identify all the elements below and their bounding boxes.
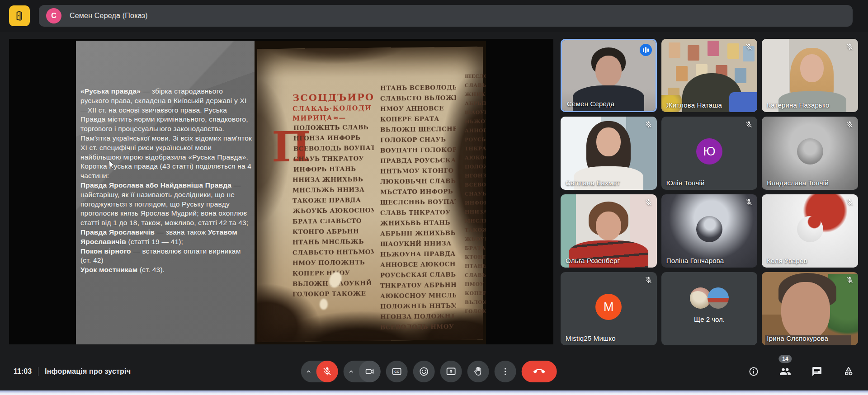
participant-name: Семен Середа — [567, 100, 614, 108]
people-icon — [779, 366, 791, 377]
svg-text:CC: CC — [394, 370, 399, 374]
end-call-button[interactable] — [522, 361, 557, 382]
presentation-stage: «Руська правда» — збірка стародавнього р… — [9, 39, 553, 344]
mic-off-icon — [322, 367, 332, 376]
participant-tile[interactable]: Житлова Наташа — [661, 39, 758, 112]
participant-tile[interactable]: Світлана Бахмет — [561, 117, 657, 190]
slide-text: «Руська правда» — збірка стародавнього р… — [80, 87, 253, 275]
participant-count-badge: 14 — [778, 355, 792, 363]
participant-name: Коля Уваров — [767, 257, 807, 264]
page-damage-spot — [320, 299, 328, 310]
manuscript-photo: ЗСОЦДЪИРОСЛАКАЬ·КОЛОДИМИРИЦА≈— П ПОЛОЖНТ… — [255, 41, 486, 344]
presenter-chip[interactable]: C Семен Середа (Показ) — [39, 5, 853, 27]
mic-muted-icon — [645, 121, 652, 128]
mic-control — [301, 361, 338, 382]
meeting-details-button[interactable] — [747, 365, 760, 378]
more-options-button[interactable] — [495, 361, 516, 382]
call-end-icon — [533, 366, 545, 377]
divider — [38, 367, 38, 376]
participant-name: Катерина Назарько — [767, 101, 829, 109]
shared-slide: «Руська правда» — збірка стародавнього р… — [76, 41, 486, 344]
participant-tile[interactable]: Владислава Топчій — [762, 117, 858, 190]
participant-tile[interactable]: Ще 2 чол. — [661, 272, 758, 345]
mic-muted-icon — [645, 276, 652, 284]
participant-name: Mistiq25 Мишко — [566, 334, 616, 342]
chevron-up-icon — [348, 368, 355, 375]
window-edge-strip — [0, 390, 868, 395]
camera-options-button[interactable] — [344, 368, 359, 375]
control-bar: 11:03 Інформація про зустріч — [0, 345, 868, 390]
group-more-label: Ще 2 чол. — [661, 315, 758, 323]
meeting-info-label: Інформація про зустріч — [45, 367, 131, 376]
participant-tile[interactable]: Катерина Назарько — [762, 39, 858, 112]
camera-control — [344, 361, 381, 382]
activities-icon — [843, 366, 854, 377]
participant-tile[interactable]: Коля Уваров — [762, 194, 858, 268]
participant-name: Ірина Слєпокурова — [767, 334, 828, 342]
participant-tile[interactable]: ЮЮлія Топчій — [661, 117, 758, 190]
participants-button[interactable]: 14 — [778, 365, 792, 378]
door-icon — [14, 10, 25, 22]
participant-name: Владислава Топчій — [767, 179, 829, 187]
presenter-title: Семен Середа (Показ) — [70, 12, 148, 20]
participant-tile[interactable]: Ольга Розенберг — [561, 194, 657, 268]
participant-name: Світлана Бахмет — [566, 179, 620, 187]
mic-muted-icon — [745, 121, 753, 128]
manuscript-column-edge: ШЕСЛСНСЛАВЬ ЖНИХЬВАБРЬННШАОУКННЬЖОУНАННО… — [465, 72, 486, 316]
door-app-icon[interactable] — [9, 5, 30, 26]
participant-name: Житлова Наташа — [666, 101, 722, 109]
clock: 11:03 — [14, 367, 32, 376]
panel-controls: 14 — [747, 365, 855, 378]
meet-app: C Семен Середа (Показ) «Руська правда» —… — [0, 0, 868, 395]
participants-grid: Семен СередаЖитлова НаташаКатерина Назар… — [561, 39, 858, 345]
mic-mute-button[interactable] — [316, 361, 338, 382]
mic-options-button[interactable] — [301, 368, 316, 375]
emoji-icon — [419, 366, 429, 377]
mic-muted-icon — [745, 43, 753, 51]
present-button[interactable] — [440, 361, 462, 382]
info-icon — [748, 366, 759, 377]
activities-button[interactable] — [842, 365, 855, 378]
chat-button[interactable] — [810, 365, 824, 378]
raise-hand-icon — [473, 366, 484, 377]
mic-muted-icon — [846, 121, 854, 128]
chevron-up-icon — [305, 368, 312, 375]
present-screen-icon — [446, 366, 457, 377]
mic-muted-icon — [645, 198, 652, 206]
chat-icon — [811, 366, 822, 377]
slide-text-panel: «Руська правда» — збірка стародавнього р… — [76, 41, 255, 344]
reactions-button[interactable] — [413, 361, 435, 382]
top-bar: C Семен Середа (Показ) — [0, 0, 868, 32]
raise-hand-button[interactable] — [467, 361, 489, 382]
mic-muted-icon — [846, 276, 854, 284]
call-controls: CC — [301, 361, 557, 382]
participant-tile[interactable]: Поліна Гончарова — [661, 194, 758, 268]
camera-icon — [365, 367, 375, 376]
manuscript-column-right: НТАНЬ ВСЕВОЛОДЬСЛАВЬСТО ВЬЛОЖННМОУ АННОВ… — [380, 82, 456, 333]
captions-button[interactable]: CC — [386, 361, 408, 382]
participant-tile[interactable]: Семен Середа — [561, 39, 657, 112]
manuscript-page: ЗСОЦДЪИРОСЛАКАЬ·КОЛОДИМИРИЦА≈— П ПОЛОЖНТ… — [257, 47, 483, 342]
manuscript-column-left: ЗСОЦДЪИРОСЛАКАЬ·КОЛОДИМИРИЦА≈— П ПОЛОЖНТ… — [292, 91, 374, 300]
participant-tile[interactable]: Ірина Слєпокурова — [762, 272, 858, 345]
overflow-avatars — [661, 287, 758, 309]
meeting-info-group: 11:03 Інформація про зустріч — [14, 367, 194, 376]
mouse-cursor — [108, 160, 116, 169]
main-area: «Руська правда» — збірка стародавнього р… — [0, 39, 868, 345]
mic-muted-icon — [846, 43, 854, 51]
camera-toggle-button[interactable] — [359, 361, 381, 382]
participant-name: Поліна Гончарова — [666, 257, 724, 264]
more-vert-icon — [500, 367, 510, 376]
speaking-indicator-icon — [640, 44, 652, 56]
captions-icon: CC — [392, 366, 402, 377]
mic-muted-icon — [846, 198, 854, 206]
participant-tile[interactable]: MMistiq25 Мишко — [561, 272, 657, 345]
participant-name: Юлія Топчій — [666, 179, 705, 187]
participant-name: Ольга Розенберг — [566, 257, 620, 264]
avatar — [708, 287, 729, 309]
mic-muted-icon — [745, 198, 753, 206]
presenter-avatar: C — [46, 8, 61, 24]
